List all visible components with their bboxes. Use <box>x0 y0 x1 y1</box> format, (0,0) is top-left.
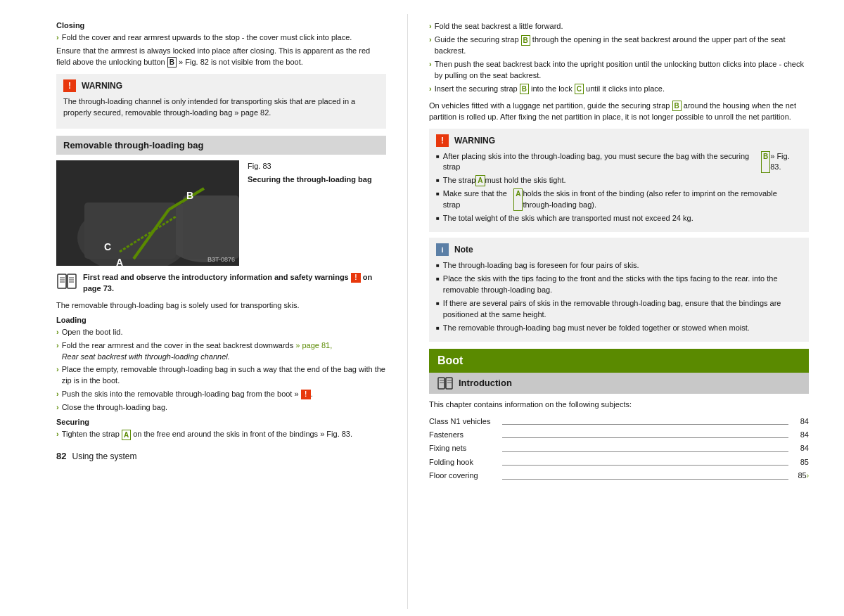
badge-b-r2: B <box>521 35 530 46</box>
arrow-icon: › <box>56 402 59 413</box>
arrow-icon: › <box>429 59 432 82</box>
fig-caption: Fig. 83 Securing the through-loading bag <box>248 160 372 186</box>
warning-box-1: ! WARNING The through-loading channel is… <box>56 74 386 129</box>
securing-title: Securing <box>56 418 386 426</box>
note-header: i Note <box>436 243 802 256</box>
toc-page-5: 85› <box>791 470 809 481</box>
svg-rect-4 <box>183 195 239 259</box>
warning-item-3: Make sure that the strap A holds the ski… <box>436 188 802 211</box>
arrow-icon: › <box>429 34 432 57</box>
securing-item: › Tighten the strap A on the free end ar… <box>56 429 386 440</box>
toc-dots-4 <box>502 465 788 466</box>
toc-label-3: Fixing nets <box>429 443 499 454</box>
loading-item-4: › Push the skis into the removable throu… <box>56 389 386 400</box>
badge-a-securing: A <box>122 430 131 440</box>
arrow-icon: › <box>56 389 59 400</box>
toc-row-4: Folding hook 85 <box>429 457 809 468</box>
toc-dots-1 <box>502 424 788 425</box>
toc-dots-5 <box>502 479 788 480</box>
badge-a-w3: A <box>513 188 523 211</box>
arrow-icon: › <box>56 429 59 440</box>
right-bullet-1: › Fold the seat backrest a little forwar… <box>429 21 809 32</box>
arrow-icon: › <box>56 340 59 363</box>
svg-text:B: B <box>186 190 193 201</box>
read-first-text: First read and observe the introductory … <box>83 271 386 295</box>
note-item-1: The through-loading bag is foreseen for … <box>436 260 802 271</box>
arrow-icon: › <box>56 327 59 338</box>
toc-row-5: Floor covering 85› <box>429 470 809 481</box>
warning-header-1: ! WARNING <box>63 79 379 92</box>
warning-item-1: After placing skis into the through-load… <box>436 151 802 174</box>
toc-row-3: Fixing nets 84 <box>429 443 809 454</box>
inline-warning-icon: ! <box>301 390 311 399</box>
warning-icon-1: ! <box>63 79 76 92</box>
read-first-box: First read and observe the introductory … <box>56 271 386 295</box>
toc-row-1: Class N1 vehicles 84 <box>429 416 809 427</box>
svg-rect-11 <box>58 274 66 288</box>
toc-dots-2 <box>502 437 788 438</box>
page-number: 82 <box>56 451 66 461</box>
svg-rect-12 <box>68 274 76 288</box>
page-label: Using the system <box>72 451 136 461</box>
toc-label-4: Folding hook <box>429 457 499 468</box>
fig-desc: Securing the through-loading bag <box>248 174 372 186</box>
figure-code: B3T-0876 <box>207 256 235 263</box>
warning-item-2: The strap A must hold the skis tight. <box>436 175 802 186</box>
note-item-2: Place the skis with the tips facing to t… <box>436 274 802 296</box>
closing-note: Ensure that the armrest is always locked… <box>56 46 386 68</box>
warning-box-2: ! WARNING After placing skis into the th… <box>429 129 809 233</box>
right-column: › Fold the seat backrest a little forwar… <box>408 14 844 609</box>
toc-page-2: 84 <box>791 430 809 440</box>
arrow-icon: › <box>429 84 432 95</box>
loading-item-2: › Fold the rear armrest and the cover in… <box>56 340 386 363</box>
inline-warning-icon: ! <box>351 273 361 283</box>
note-item-4: The removable through-loading bag must n… <box>436 323 802 334</box>
figure-area: C A B B3T-0876 Fig. 83 Securing the thro… <box>56 160 386 266</box>
loading-item-1: › Open the boot lid. <box>56 327 386 338</box>
left-column: Closing › Fold the cover and rear armres… <box>0 14 408 609</box>
intro-intro: This chapter contains information on the… <box>429 399 809 411</box>
warning-header-2: ! WARNING <box>436 134 802 147</box>
svg-rect-3 <box>84 203 176 259</box>
section-box: Removable through-loading bag <box>56 136 386 155</box>
right-bullet-4: › Insert the securing strap B into the l… <box>429 84 809 95</box>
net-partition-text: On vehicles fitted with a luggage net pa… <box>429 101 809 123</box>
svg-rect-21 <box>446 378 452 389</box>
toc-page-1: 84 <box>791 416 809 427</box>
closing-title: Closing <box>56 21 386 30</box>
arrow-icon: › <box>56 364 59 387</box>
page-footer: 82 Using the system <box>56 451 386 461</box>
page: Closing › Fold the cover and rear armres… <box>0 0 844 616</box>
svg-rect-20 <box>438 378 445 389</box>
badge-b-w1: B <box>761 151 770 174</box>
book-icon <box>56 273 77 290</box>
intro-book-icon <box>437 377 453 390</box>
badge-b-net: B <box>672 101 682 111</box>
note-box: i Note The through-loading bag is forese… <box>429 238 809 342</box>
toc-arrow: › <box>807 472 809 480</box>
note-item-3: If there are several pairs of skis in th… <box>436 298 802 321</box>
toc-page-4: 85 <box>791 457 809 468</box>
toc-label-1: Class N1 vehicles <box>429 416 499 427</box>
warning-icon-2: ! <box>436 134 449 147</box>
toc-label-5: Floor covering <box>429 470 499 481</box>
removable-intro: The removable through-loading bag is sol… <box>56 300 386 312</box>
badge-b: B <box>167 57 177 68</box>
arrow-icon: › <box>429 21 432 32</box>
note-icon: i <box>436 243 449 256</box>
toc-label-2: Fasteners <box>429 430 499 440</box>
loading-item-3: › Place the empty, removable through-loa… <box>56 364 386 387</box>
warning-text-1: The through-loading channel is only inte… <box>63 96 379 119</box>
figure-image: C A B B3T-0876 <box>56 160 239 266</box>
closing-bullet: › Fold the cover and rear armrest upward… <box>56 32 386 44</box>
car-svg: C A B <box>63 167 239 266</box>
toc-page-3: 84 <box>791 443 809 454</box>
toc-dots-3 <box>502 451 788 452</box>
intro-header: Introduction <box>429 373 809 394</box>
badge-a-w2: A <box>475 175 485 186</box>
svg-text:C: C <box>104 241 111 252</box>
svg-text:A: A <box>116 257 123 266</box>
right-bullet-3: › Then push the seat backrest back into … <box>429 59 809 82</box>
loading-item-5: › Close the through-loading bag. <box>56 402 386 413</box>
badge-b-r4: B <box>520 84 529 94</box>
